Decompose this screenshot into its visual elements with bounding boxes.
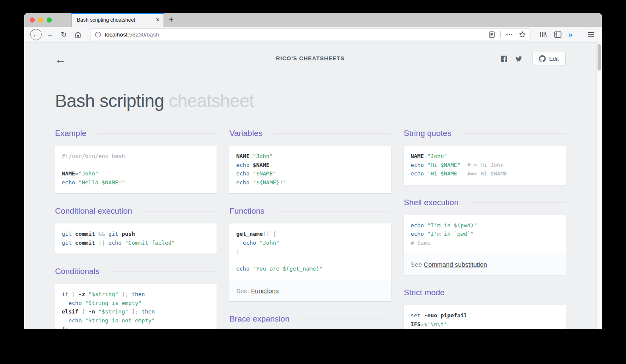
code-token: 'Hi $NAME' [427, 170, 460, 177]
code-token: "String is not empty" [85, 317, 155, 324]
minimize-window-button[interactable] [38, 17, 43, 23]
code-token: && [99, 231, 105, 237]
code-token [95, 231, 99, 237]
code-token: echo [411, 222, 424, 229]
code-token: = [75, 170, 79, 177]
code-token: "Commit failed" [125, 240, 175, 246]
code-token [75, 179, 79, 186]
home-icon[interactable] [72, 31, 83, 38]
section-heading-label: Functions [229, 206, 264, 216]
code-token: "John" [253, 153, 273, 159]
page-back-icon[interactable]: ← [55, 53, 66, 66]
code-token: #=> Hi $NAME [467, 170, 507, 177]
cheatsheet-column: Example#!/usr/bin/env bash NAME="John" e… [55, 128, 217, 329]
see-link[interactable]: Functions [251, 287, 279, 294]
code-token: echo [68, 300, 82, 306]
code-token [62, 317, 69, 324]
code-token: echo [243, 240, 256, 246]
site-title: RICO'S CHEATSHEETS [276, 55, 345, 62]
url-bar[interactable]: localhost:58230/bash ••• [90, 28, 530, 40]
code-token [424, 162, 427, 168]
code-token: echo [62, 179, 75, 186]
code-block: get_name() { echo "John" } echo "You are… [229, 223, 391, 280]
code-token [95, 308, 99, 315]
page-actions-icon[interactable]: ••• [506, 32, 513, 37]
toolbar-separator [580, 30, 580, 39]
zoom-window-button[interactable] [47, 17, 52, 23]
twitter-icon[interactable] [515, 56, 522, 62]
code-token: || [99, 240, 105, 246]
page-viewport: ← RICO'S CHEATSHEETS [24, 42, 596, 329]
section-heading-label: Example [55, 129, 87, 138]
site-info-icon[interactable] [95, 31, 101, 38]
code-card: get_name() { echo "John" } echo "You are… [229, 223, 391, 301]
code-token: NAME [411, 153, 424, 159]
edit-button-label: Edit [549, 56, 558, 62]
section-heading-rule [456, 293, 566, 293]
page-header: ← RICO'S CHEATSHEETS [55, 52, 566, 69]
back-icon[interactable]: ← [30, 29, 42, 40]
columns: Example#!/usr/bin/env bash NAME="John" e… [55, 128, 566, 329]
section-heading: Brace expansion [229, 314, 391, 324]
scrollbar-thumb[interactable] [598, 44, 601, 71]
see-link[interactable]: Command substitution [424, 261, 487, 268]
code-card: NAME="John" echo $NAME echo "$NAME" echo… [229, 146, 391, 193]
close-window-button[interactable] [30, 17, 35, 23]
facebook-icon[interactable] [501, 56, 507, 62]
code-token [460, 170, 467, 177]
section-heading: Functions [229, 206, 391, 216]
code-block: NAME="John" echo $NAME echo "$NAME" echo… [229, 146, 391, 193]
page-scrollbar[interactable] [596, 42, 602, 329]
url-path: :58230/bash [127, 31, 159, 38]
edit-button[interactable]: Edit [532, 52, 565, 65]
code-token: = [420, 321, 424, 327]
code-token [95, 240, 99, 246]
section-heading: Variables [229, 128, 391, 138]
code-card: NAME="John" echo "Hi $NAME" #=> Hi John … [404, 146, 566, 185]
browser-tab[interactable]: Bash scripting cheatsheet × [71, 13, 164, 27]
code-token: elsif [62, 308, 79, 315]
cheatsheet-column: String quotesNAME="John" echo "Hi $NAME"… [404, 128, 566, 329]
code-token: #=> Hi John [467, 162, 504, 168]
code-token: echo [236, 170, 249, 177]
section-heading-rule [143, 211, 217, 212]
section-heading-rule [97, 133, 217, 134]
code-token: { [273, 231, 276, 237]
library-icon[interactable] [540, 31, 547, 38]
hamburger-menu-icon[interactable] [587, 31, 594, 37]
code-token [128, 308, 132, 315]
code-token: echo [411, 162, 424, 168]
reload-icon[interactable]: ↻ [59, 30, 69, 39]
browser-window: Bash scripting cheatsheet × + ← → ↻ loca… [24, 13, 602, 329]
section-heading-label: Brace expansion [229, 314, 290, 324]
code-token: push [121, 231, 135, 237]
new-tab-button[interactable]: + [164, 13, 178, 27]
forward-icon[interactable]: → [45, 31, 55, 38]
code-card: set -euo pipefail IFS=$'\n\t' [404, 305, 566, 329]
code-token: echo [236, 179, 249, 186]
code-token: "String is empty" [85, 300, 141, 306]
code-token: } [236, 248, 240, 254]
section-heading-rule [276, 211, 391, 212]
overflow-menu-icon[interactable]: » [569, 31, 572, 38]
section-heading-rule [301, 319, 391, 319]
code-block: set -euo pipefail IFS=$'\n\t' [404, 305, 566, 329]
urlbar-separator [500, 31, 501, 38]
code-token: "I'm in `pwd`" [427, 231, 474, 237]
code-token [68, 291, 72, 297]
section-heading-rule [462, 133, 566, 134]
code-token: then [132, 291, 145, 297]
code-card: echo "I'm in $(pwd)" echo "I'm in `pwd`"… [404, 215, 566, 275]
section-heading-label: String quotes [404, 129, 451, 138]
section-heading-label: Conditionals [55, 267, 100, 276]
section-heading: Shell execution [404, 198, 566, 208]
sidebar-icon[interactable] [554, 31, 561, 38]
reader-mode-icon[interactable] [489, 31, 495, 38]
code-token: ]; [132, 308, 138, 315]
bookmark-star-icon[interactable] [519, 31, 526, 38]
code-token [460, 162, 467, 168]
code-token: IFS [411, 321, 420, 327]
tab-close-icon[interactable]: × [156, 17, 160, 23]
code-token [424, 222, 427, 229]
site-title-underline [257, 69, 364, 69]
